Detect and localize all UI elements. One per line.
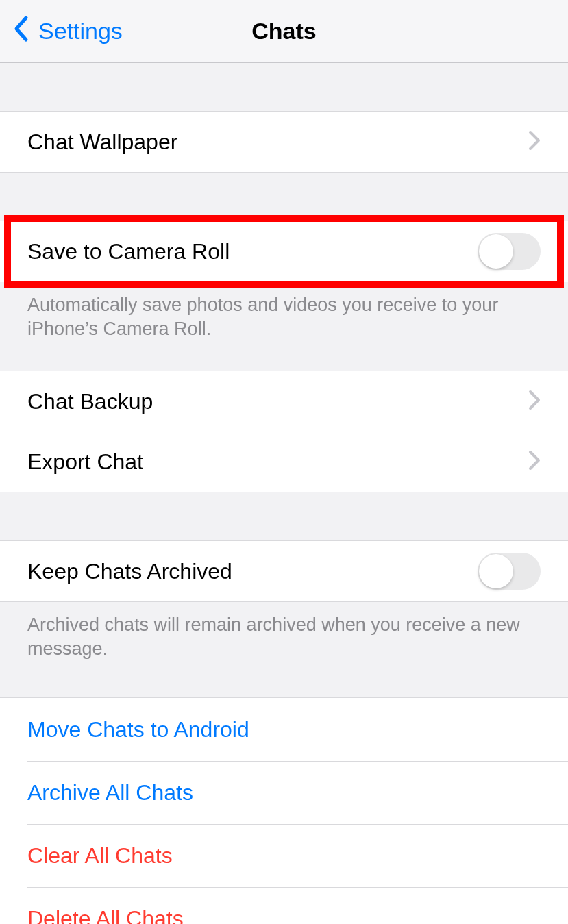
toggle-knob: [479, 234, 513, 269]
group-wallpaper: Chat Wallpaper: [0, 111, 568, 173]
save-to-camera-roll-footer: Automatically save photos and videos you…: [0, 282, 568, 340]
back-label: Settings: [38, 18, 123, 45]
keep-chats-archived-toggle[interactable]: [478, 553, 541, 590]
keep-chats-archived-footer: Archived chats will remain archived when…: [0, 602, 568, 660]
chevron-right-icon: [528, 130, 541, 153]
section-spacer: [0, 173, 568, 221]
chat-backup-row[interactable]: Chat Backup: [0, 371, 568, 432]
export-chat-row[interactable]: Export Chat: [0, 432, 568, 492]
toggle-knob: [479, 554, 513, 588]
delete-all-chats-label: Delete All Chats: [27, 906, 184, 924]
section-spacer: [0, 63, 568, 111]
keep-chats-archived-label: Keep Chats Archived: [27, 559, 232, 584]
group-save-camera-roll: Save to Camera Roll: [0, 221, 568, 282]
group-keep-archived: Keep Chats Archived: [0, 540, 568, 602]
section-spacer: [0, 660, 568, 697]
move-chats-to-android-row[interactable]: Move Chats to Android: [0, 698, 568, 761]
keep-chats-archived-row[interactable]: Keep Chats Archived: [0, 541, 568, 601]
clear-all-chats-row[interactable]: Clear All Chats: [0, 824, 568, 887]
group-backup-export: Chat Backup Export Chat: [0, 371, 568, 492]
export-chat-label: Export Chat: [27, 449, 143, 475]
chat-backup-label: Chat Backup: [27, 389, 153, 414]
chat-wallpaper-label: Chat Wallpaper: [27, 129, 177, 155]
group-actions: Move Chats to Android Archive All Chats …: [0, 697, 568, 924]
highlighted-section: Save to Camera Roll: [0, 221, 568, 282]
chevron-right-icon: [528, 390, 541, 413]
clear-all-chats-label: Clear All Chats: [27, 843, 173, 869]
chat-wallpaper-row[interactable]: Chat Wallpaper: [0, 112, 568, 172]
archive-all-chats-label: Archive All Chats: [27, 780, 193, 806]
chevron-right-icon: [528, 450, 541, 473]
save-to-camera-roll-label: Save to Camera Roll: [27, 239, 230, 264]
save-to-camera-roll-toggle[interactable]: [478, 233, 541, 270]
save-to-camera-roll-row[interactable]: Save to Camera Roll: [0, 221, 568, 282]
section-spacer: [0, 492, 568, 540]
delete-all-chats-row[interactable]: Delete All Chats: [0, 887, 568, 924]
move-chats-to-android-label: Move Chats to Android: [27, 717, 249, 742]
section-spacer: [0, 340, 568, 371]
archive-all-chats-row[interactable]: Archive All Chats: [0, 761, 568, 824]
back-button[interactable]: Settings: [0, 15, 123, 48]
chevron-left-icon: [12, 15, 38, 48]
nav-header: Settings Chats: [0, 0, 568, 63]
